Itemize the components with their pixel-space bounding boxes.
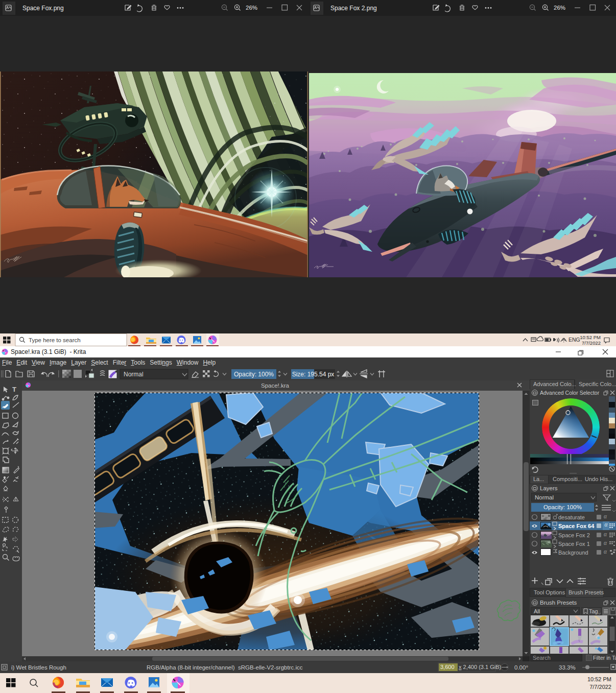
- svg-text:Advanced Color Selector: Advanced Color Selector: [540, 390, 600, 396]
- svg-text:Opacity: 100%: Opacity: 100%: [234, 371, 274, 378]
- svg-text:x 2,400 (3.1 GiB): x 2,400 (3.1 GiB): [459, 664, 501, 670]
- svg-text:T: T: [12, 386, 16, 393]
- svg-text:RGB/Alpha (8-bit integer/chann: RGB/Alpha (8-bit integer/channel) sRGB-e…: [147, 664, 303, 671]
- svg-text:33.3%: 33.3%: [559, 664, 576, 671]
- svg-text:Brush Presets: Brush Presets: [540, 600, 577, 606]
- svg-text:7/7/2022: 7/7/2022: [582, 340, 601, 346]
- svg-text:26%: 26%: [554, 5, 565, 11]
- svg-text:Size: 195.54 px: Size: 195.54 px: [292, 371, 335, 378]
- svg-text:10:52 PM: 10:52 PM: [587, 676, 611, 682]
- svg-text:Layers: Layers: [540, 485, 558, 491]
- svg-text:0.00°: 0.00°: [514, 664, 528, 671]
- svg-text:Type here to search: Type here to search: [29, 337, 81, 343]
- svg-text:Space!.kra: Space!.kra: [261, 383, 290, 389]
- svg-text:26%: 26%: [246, 5, 257, 11]
- svg-text:7/7/2022: 7/7/2022: [589, 684, 611, 690]
- svg-text:i) Wet Bristles Rough: i) Wet Bristles Rough: [11, 664, 66, 671]
- svg-text:ENG: ENG: [568, 337, 580, 343]
- svg-text:3,600: 3,600: [440, 664, 455, 670]
- svg-text:Tag: Tag: [589, 608, 598, 614]
- svg-text:Space!.kra (3.1 GiB) - Krita: Space!.kra (3.1 GiB) - Krita: [11, 348, 86, 355]
- svg-text:10:52 PM: 10:52 PM: [580, 334, 601, 340]
- svg-text:Normal: Normal: [124, 371, 144, 378]
